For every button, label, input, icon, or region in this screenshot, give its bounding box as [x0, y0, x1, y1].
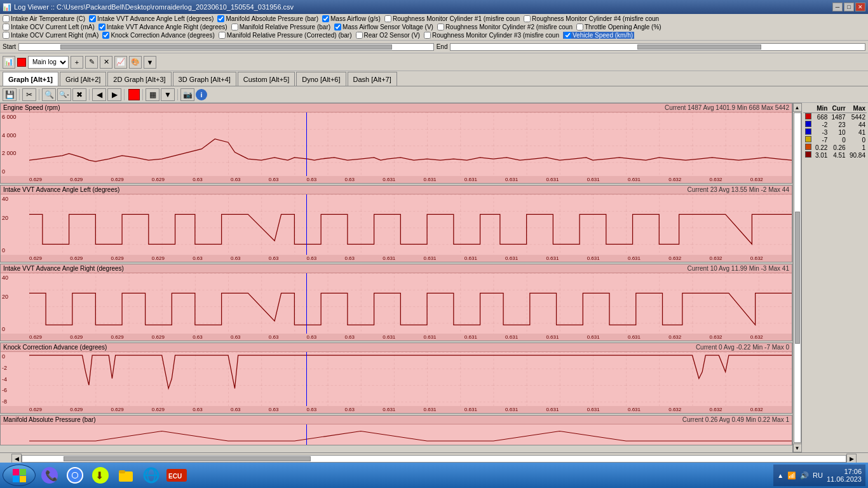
taskbar-clock[interactable]: 17:06 11.06.2023 — [827, 468, 862, 483]
start-scroll-track[interactable] — [18, 43, 434, 51]
cb-rear-o2[interactable]: Rear O2 Sensor (V) — [356, 32, 420, 39]
cb-roughness-2[interactable]: Roughness Monitor Cylinder #2 (misfire c… — [437, 24, 573, 30]
taskbar-app-ie[interactable] — [140, 464, 163, 486]
taskbar-date: 11.06.2023 — [827, 475, 862, 483]
cb-roughness-1[interactable]: Roughness Monitor Cylinder #1 (misfire c… — [384, 15, 520, 22]
maximize-button[interactable]: □ — [844, 3, 854, 11]
svg-rect-5 — [13, 469, 19, 475]
cb-intake-vvt-left[interactable]: Intake VVT Advance Angle Left (degrees) — [89, 15, 214, 22]
log-select[interactable]: Main log — [28, 56, 69, 69]
vscroll-track[interactable] — [794, 112, 801, 443]
taskbar-lang[interactable]: RU — [813, 471, 823, 479]
svg-rect-6 — [20, 469, 26, 475]
cb-manifold-abs[interactable]: Manifold Absolute Pressure (bar) — [217, 15, 318, 22]
add-log-btn[interactable]: + — [71, 56, 83, 69]
graph-area-vvt-left[interactable]: 40 20 0 — [1, 194, 792, 255]
cb-intake-vvt-right[interactable]: Intake VVT Advance Angle Right (degrees) — [98, 24, 227, 30]
cb-intake-air-temp[interactable]: Intake Air Temperature (C) — [3, 15, 85, 22]
svg-rect-7 — [13, 476, 19, 482]
hscroll-thumb[interactable] — [64, 456, 311, 461]
start-button[interactable] — [3, 464, 36, 486]
stats-row-engine-speed: 668 1487 5442 — [803, 113, 867, 121]
taskbar-network-icon: 📶 — [787, 471, 796, 480]
taskbar-expand-icon[interactable]: ▲ — [777, 472, 783, 479]
graph-title-knock: Knock Correction Advance (degrees) — [3, 344, 107, 351]
tab-custom[interactable]: Custom [Alt+5] — [238, 72, 295, 86]
graph-area-vvt-right[interactable]: 40 20 0 — [1, 273, 792, 334]
graph-xaxis-engine-speed: 0.6290.6290.6290.629 0.630.630.630.630.6… — [1, 176, 792, 183]
cancel-zoom-btn[interactable]: ✖ — [72, 88, 86, 101]
taskbar-app-torrent[interactable]: ⬇ — [89, 464, 112, 486]
cb-mass-airflow-voltage[interactable]: Mass Airflow Sensor Voltage (V) — [334, 24, 433, 30]
col-header-min: Min — [813, 104, 829, 113]
tab-graph[interactable]: Graph [Alt+1] — [3, 72, 58, 86]
next-btn[interactable]: ▶ — [107, 88, 121, 101]
hscroll-track[interactable] — [22, 455, 846, 463]
cut-btn[interactable]: ✂ — [22, 88, 36, 101]
right-panel: Min Curr Max 668 1487 5442 -2 23 44 — [801, 103, 868, 452]
col-header-max: Max — [847, 104, 867, 113]
svg-text:ECU: ECU — [168, 473, 182, 480]
delete-log-btn[interactable]: ✕ — [100, 56, 112, 69]
screenshot-btn[interactable]: 📷 — [180, 88, 194, 101]
minimize-button[interactable]: ─ — [832, 3, 843, 11]
graph-stats-vvt-right: Current 10 Avg 11.99 Min -3 Max 41 — [688, 265, 789, 272]
log-toolbar: 📊 Main log + ✎ ✕ 📈 🎨 ▼ — [0, 53, 868, 71]
grid-options-btn[interactable]: ▼ — [161, 88, 175, 101]
graph-panel-manifold: Manifold Absolute Pressure (bar) Current… — [0, 415, 792, 445]
cb-ocv-left[interactable]: Intake OCV Current Left (mA) — [3, 24, 95, 30]
close-button[interactable]: ✕ — [855, 3, 865, 11]
graph-yaxis-vvt-right: 40 20 0 — [1, 273, 29, 334]
tab-grid[interactable]: Grid [Alt+2] — [60, 72, 106, 86]
zoom-in-btn[interactable]: 🔍 — [42, 88, 56, 101]
log-settings-btn[interactable]: ✎ — [85, 56, 98, 69]
cb-ocv-right[interactable]: Intake OCV Current Right (mA) — [3, 32, 98, 39]
log-icon-btn[interactable]: 📊 — [3, 56, 15, 69]
stat-min-manifold: 0.22 — [813, 144, 829, 151]
taskbar-time: 17:06 — [827, 468, 862, 475]
tab-dash[interactable]: Dash [Alt+7] — [348, 72, 397, 86]
graph-panel-vvt-right: Intake VVT Advance Angle Right (degrees)… — [0, 264, 792, 341]
stats-row-mass-airflow: 3.01 4.51 90.84 — [803, 151, 867, 159]
end-scroll-track[interactable] — [450, 43, 865, 51]
cb-manifold-rel[interactable]: Manifold Relative Pressure (bar) — [231, 24, 330, 30]
save-graph-btn[interactable]: 💾 — [3, 88, 17, 101]
tab-2dgraph[interactable]: 2D Graph [Alt+3] — [107, 72, 171, 86]
stat-curr-engine: 1487 — [829, 113, 846, 121]
info-btn[interactable]: i — [196, 89, 207, 100]
zoom-out-btn[interactable]: 🔍- — [57, 88, 71, 101]
cb-roughness-3[interactable]: Roughness Monitor Cylinder #3 (misfire c… — [424, 32, 559, 39]
cb-roughness-4[interactable]: Roughness Monitor Cylinder #4 (misfire c… — [524, 15, 659, 22]
graph-area-engine-speed[interactable]: 6 000 4 000 2 000 0 — [1, 112, 792, 176]
color-btn[interactable]: 🎨 — [129, 56, 142, 69]
taskbar-volume-icon[interactable]: 🔊 — [800, 471, 809, 480]
cb-knock[interactable]: Knock Correction Advance (degrees) — [102, 32, 214, 39]
stat-max-mass-airflow: 90.84 — [847, 151, 867, 159]
stat-min-mass-airflow: 3.01 — [813, 151, 829, 159]
vertical-scrollbar[interactable]: ▲ ▼ — [792, 103, 801, 452]
vscroll-down[interactable]: ▼ — [793, 444, 802, 452]
row-color-knock — [805, 136, 811, 142]
tab-dyno[interactable]: Dyno [Alt+6] — [296, 72, 346, 86]
taskbar-app-chrome[interactable] — [64, 464, 86, 486]
taskbar-app-folder[interactable] — [114, 464, 137, 486]
cb-vehicle-speed[interactable]: Vehicle Speed (km/h) — [563, 32, 634, 39]
cb-manifold-rel-corrected[interactable]: Manifold Relative Pressure (Corrected) (… — [219, 32, 352, 39]
taskbar-app-ecu[interactable]: ECU — [165, 464, 188, 486]
stats-row-vvt-right: -3 10 41 — [803, 128, 867, 136]
taskbar: 📞 ⬇ — [0, 463, 868, 488]
export-btn[interactable]: 📈 — [114, 56, 127, 69]
start-label: Start — [3, 43, 16, 50]
svg-rect-18 — [119, 470, 125, 473]
graph-area-knock[interactable]: 0 -2 -4 -6 -8 — [1, 352, 792, 406]
cb-throttle[interactable]: Throttle Opening Angle (%) — [576, 24, 661, 30]
vscroll-up[interactable]: ▲ — [793, 103, 802, 112]
graph-area-manifold[interactable] — [1, 424, 792, 445]
vscroll-thumb[interactable] — [795, 212, 800, 343]
tab-3dgraph[interactable]: 3D Graph [Alt+4] — [173, 72, 236, 86]
taskbar-app-viber[interactable]: 📞 — [38, 464, 61, 486]
cb-mass-airflow[interactable]: Mass Airflow (g/s) — [322, 15, 381, 22]
grid-btn[interactable]: ▦ — [146, 88, 159, 101]
prev-btn[interactable]: ◀ — [92, 88, 106, 101]
options-btn[interactable]: ▼ — [144, 56, 156, 69]
